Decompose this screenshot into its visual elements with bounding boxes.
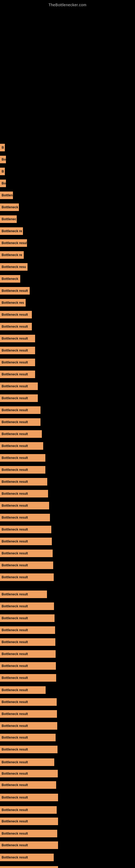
bottleneck-label-40: Bottleneck result bbox=[0, 626, 55, 634]
bottleneck-item-49: Bottleneck result bbox=[0, 734, 56, 741]
bottleneck-item-42: Bottleneck result bbox=[0, 650, 56, 658]
bottleneck-item-34: Bottleneck result bbox=[0, 550, 53, 557]
bottleneck-item-0: B bbox=[0, 144, 5, 151]
bottleneck-label-33: Bottleneck result bbox=[0, 538, 52, 545]
bottleneck-label-19: Bottleneck result bbox=[0, 371, 35, 378]
bottleneck-label-31: Bottleneck result bbox=[0, 514, 50, 521]
bottleneck-label-8: Bottleneck resul bbox=[0, 239, 27, 247]
bottleneck-label-14: Bottleneck result bbox=[0, 311, 32, 318]
bottleneck-item-14: Bottleneck result bbox=[0, 311, 32, 318]
bottleneck-label-29: Bottleneck result bbox=[0, 490, 48, 497]
bottleneck-label-12: Bottleneck result bbox=[0, 287, 30, 294]
bottleneck-label-60: Bottleneck result bbox=[0, 866, 58, 868]
bottleneck-label-30: Bottleneck result bbox=[0, 502, 49, 509]
bottleneck-item-25: Bottleneck result bbox=[0, 442, 43, 450]
bottleneck-item-5: Bottleneck r bbox=[0, 204, 19, 211]
bottleneck-label-54: Bottleneck result bbox=[0, 794, 58, 801]
bottleneck-label-11: Bottleneck bbox=[0, 275, 20, 283]
bottleneck-label-34: Bottleneck result bbox=[0, 550, 53, 557]
bottleneck-item-18: Bottleneck result bbox=[0, 359, 35, 366]
bottleneck-label-13: Bottleneck res bbox=[0, 299, 26, 307]
bottleneck-item-9: Bottleneck re bbox=[0, 251, 24, 259]
bottleneck-item-36: Bottleneck result bbox=[0, 574, 54, 581]
bottleneck-label-26: Bottleneck result bbox=[0, 454, 45, 462]
bottleneck-label-0: B bbox=[0, 144, 5, 151]
bottleneck-item-15: Bottleneck result bbox=[0, 323, 32, 330]
bottleneck-label-49: Bottleneck result bbox=[0, 734, 56, 741]
bottleneck-item-46: Bottleneck result bbox=[0, 698, 57, 706]
bottleneck-item-2: B bbox=[0, 167, 5, 175]
bottleneck-item-10: Bottleneck resu bbox=[0, 263, 28, 271]
bottleneck-item-23: Bottleneck result bbox=[0, 418, 41, 426]
bottleneck-label-48: Bottleneck result bbox=[0, 722, 57, 730]
bottleneck-label-28: Bottleneck result bbox=[0, 478, 47, 486]
bottleneck-item-6: Bottlenec bbox=[0, 215, 17, 223]
bottleneck-item-32: Bottleneck result bbox=[0, 526, 51, 533]
bottleneck-label-52: Bottleneck result bbox=[0, 770, 58, 777]
bottleneck-item-11: Bottleneck bbox=[0, 275, 20, 283]
bottleneck-label-23: Bottleneck result bbox=[0, 418, 41, 426]
bottleneck-label-47: Bottleneck result bbox=[0, 710, 57, 718]
bottleneck-label-35: Bottleneck result bbox=[0, 561, 53, 569]
bottleneck-label-55: Bottleneck result bbox=[0, 806, 57, 814]
bottleneck-item-7: Bottleneck re bbox=[0, 227, 23, 235]
bottleneck-item-8: Bottleneck resul bbox=[0, 239, 27, 247]
bottleneck-label-53: Bottleneck result bbox=[0, 781, 56, 789]
bottleneck-item-45: Bottleneck result bbox=[0, 686, 46, 694]
bottleneck-label-43: Bottleneck result bbox=[0, 662, 56, 670]
bottleneck-item-38: Bottleneck result bbox=[0, 602, 54, 610]
bottleneck-label-25: Bottleneck result bbox=[0, 442, 43, 450]
site-title: TheBottlenecker.com bbox=[0, 0, 135, 9]
bottleneck-item-16: Bottleneck result bbox=[0, 335, 35, 342]
bottleneck-item-22: Bottleneck result bbox=[0, 406, 41, 414]
bottleneck-item-60: Bottleneck result bbox=[0, 866, 58, 868]
bottleneck-label-15: Bottleneck result bbox=[0, 323, 32, 330]
bottleneck-label-39: Bottleneck result bbox=[0, 614, 54, 622]
bottleneck-item-53: Bottleneck result bbox=[0, 781, 56, 789]
bottleneck-label-1: Bo bbox=[0, 156, 6, 163]
bottleneck-item-26: Bottleneck result bbox=[0, 454, 45, 462]
bottleneck-label-18: Bottleneck result bbox=[0, 359, 35, 366]
bottleneck-label-42: Bottleneck result bbox=[0, 650, 56, 658]
bottleneck-item-56: Bottleneck result bbox=[0, 817, 58, 825]
bottleneck-label-21: Bottleneck result bbox=[0, 394, 38, 402]
bottleneck-item-4: Bottlen bbox=[0, 191, 13, 199]
bottleneck-item-31: Bottleneck result bbox=[0, 514, 50, 521]
bottleneck-item-57: Bottleneck result bbox=[0, 830, 57, 837]
bottleneck-item-54: Bottleneck result bbox=[0, 794, 58, 801]
bottleneck-label-32: Bottleneck result bbox=[0, 526, 51, 533]
bottleneck-item-29: Bottleneck result bbox=[0, 490, 48, 497]
bottleneck-label-56: Bottleneck result bbox=[0, 817, 58, 825]
bottleneck-item-28: Bottleneck result bbox=[0, 478, 47, 486]
bottleneck-item-27: Bottleneck result bbox=[0, 466, 45, 474]
bottleneck-label-37: Bottleneck result bbox=[0, 590, 47, 598]
bottleneck-item-35: Bottleneck result bbox=[0, 561, 53, 569]
bottleneck-label-41: Bottleneck result bbox=[0, 638, 55, 646]
bottleneck-item-52: Bottleneck result bbox=[0, 770, 58, 777]
bottleneck-item-19: Bottleneck result bbox=[0, 371, 35, 378]
bottleneck-item-33: Bottleneck result bbox=[0, 538, 52, 545]
bottleneck-item-51: Bottleneck result bbox=[0, 758, 54, 766]
bottleneck-label-16: Bottleneck result bbox=[0, 335, 35, 342]
bottleneck-item-41: Bottleneck result bbox=[0, 638, 55, 646]
bottleneck-label-46: Bottleneck result bbox=[0, 698, 57, 706]
bottleneck-item-39: Bottleneck result bbox=[0, 614, 54, 622]
bottleneck-label-36: Bottleneck result bbox=[0, 574, 54, 581]
bottleneck-label-6: Bottlenec bbox=[0, 215, 17, 223]
bottleneck-label-57: Bottleneck result bbox=[0, 830, 57, 837]
bottleneck-item-50: Bottleneck result bbox=[0, 746, 57, 753]
bottleneck-label-27: Bottleneck result bbox=[0, 466, 45, 474]
bottleneck-label-58: Bottleneck result bbox=[0, 841, 58, 849]
bottleneck-item-21: Bottleneck result bbox=[0, 394, 38, 402]
bottleneck-label-5: Bottleneck r bbox=[0, 204, 19, 211]
bottleneck-label-20: Bottleneck result bbox=[0, 382, 38, 390]
bottleneck-item-30: Bottleneck result bbox=[0, 502, 49, 509]
bottleneck-label-10: Bottleneck resu bbox=[0, 263, 28, 271]
bottleneck-item-55: Bottleneck result bbox=[0, 806, 57, 814]
bottleneck-item-43: Bottleneck result bbox=[0, 662, 56, 670]
bottleneck-label-7: Bottleneck re bbox=[0, 227, 23, 235]
bottleneck-item-1: Bo bbox=[0, 156, 6, 163]
bottleneck-item-59: Bottleneck result bbox=[0, 854, 54, 861]
bottleneck-label-51: Bottleneck result bbox=[0, 758, 54, 766]
bottleneck-label-45: Bottleneck result bbox=[0, 686, 46, 694]
